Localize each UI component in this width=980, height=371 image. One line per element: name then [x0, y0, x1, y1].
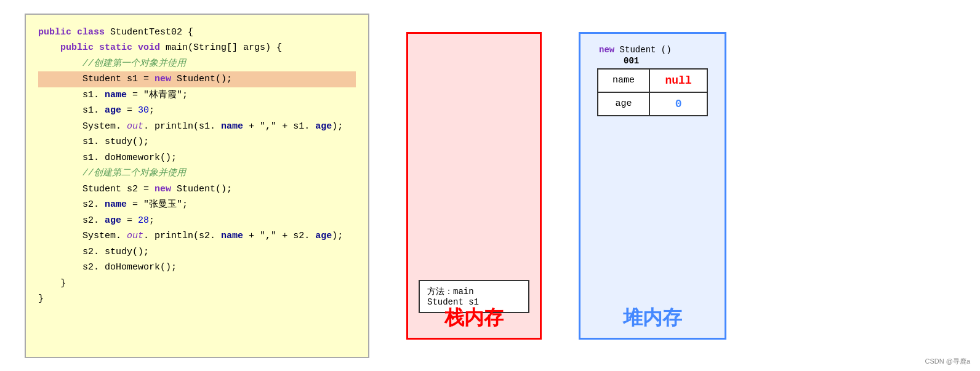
watermark: CSDN @寻鹿a	[925, 357, 970, 366]
table-row-age: age 0	[598, 92, 707, 116]
field-val-zero: 0	[649, 92, 707, 116]
code-line-4: Student s1 = new Student();	[38, 71, 356, 87]
stack-label: 栈内存	[444, 305, 504, 332]
code-panel: public class StudentTest02 { public stat…	[25, 14, 369, 358]
table-row-name: name null	[598, 69, 707, 92]
field-name-name: name	[598, 69, 649, 92]
code-line-5: s1. name = "林青霞";	[38, 87, 356, 103]
code-line-6: s1. age = 30;	[38, 103, 356, 119]
heap-table: name null age 0	[597, 68, 708, 116]
code-line-9: s1. doHomework();	[38, 150, 356, 166]
code-line-3: //创建第一个对象并使用	[38, 56, 356, 72]
code-line-18: }	[38, 291, 356, 307]
main-container: public class StudentTest02 { public stat…	[0, 0, 980, 371]
heap-label: 堆内存	[623, 305, 682, 332]
code-line-2: public static void main(String[] args) {	[38, 40, 356, 56]
code-line-16: s2. doHomework();	[38, 260, 356, 276]
heap-object-title: new Student ()	[599, 45, 672, 55]
code-line-11: Student s2 = new Student();	[38, 182, 356, 197]
code-line-13: s2. age = 28;	[38, 213, 356, 229]
field-name-age: age	[598, 92, 649, 116]
code-line-7: System. out. println(s1. name + "," + s1…	[38, 119, 356, 135]
code-line-15: s2. study();	[38, 244, 356, 260]
heap-panel: new Student () 001 name null age 0 堆内存	[579, 32, 726, 340]
stack-panel: 方法：main Student s1 栈内存	[406, 32, 542, 340]
code-line-17: }	[38, 276, 356, 292]
code-line-1: public class StudentTest02 {	[38, 25, 356, 41]
field-val-null: null	[649, 69, 707, 92]
code-line-10: //创建第二个对象并使用	[38, 166, 356, 182]
stack-frame-method: 方法：main	[427, 286, 521, 297]
code-line-14: System. out. println(s2. name + "," + s2…	[38, 228, 356, 244]
heap-address: 001	[624, 56, 639, 66]
code-line-12: s2. name = "张曼玉";	[38, 197, 356, 213]
code-line-8: s1. study();	[38, 134, 356, 150]
